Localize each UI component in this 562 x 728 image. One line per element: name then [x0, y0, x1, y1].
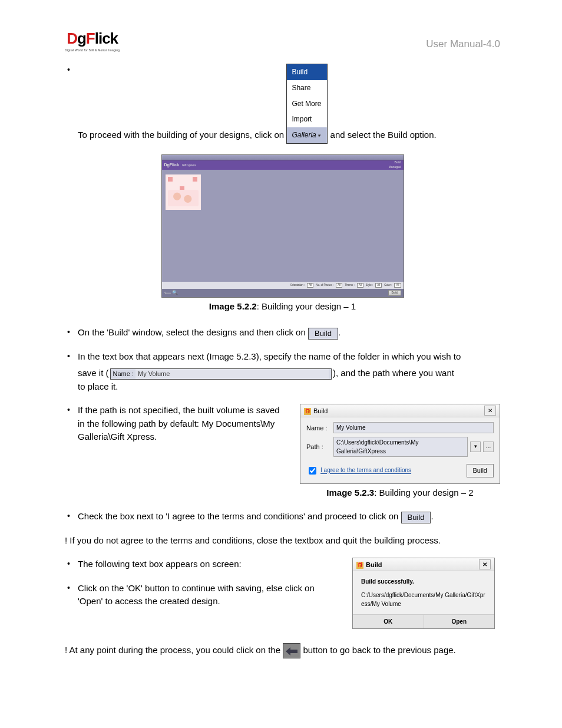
appwin-status-managed: Managed [389, 165, 401, 169]
step-9-text-pre: ! At any point during the process, you c… [65, 645, 283, 655]
caption-2: Image 5.2.3: Building your design – 2 [300, 486, 500, 500]
manual-version-label: User Manual-4.0 [426, 38, 500, 50]
menu-item-share[interactable]: Share [287, 80, 327, 96]
design-thumbnail[interactable] [166, 174, 201, 210]
success-message: Build successfully. [361, 577, 486, 586]
warning-1: ! If you do not agree to the terms and c… [65, 534, 500, 548]
path-dropdown-button[interactable]: ▾ [470, 442, 481, 452]
step-5-text-post: . [431, 511, 433, 521]
step-7-text: The following text box appears on screen… [78, 558, 333, 571]
name-field-value[interactable]: My Volume [135, 369, 329, 379]
build-dialog-name-input[interactable]: My Volume [333, 422, 494, 433]
success-dialog-title: Build [366, 561, 382, 568]
close-icon[interactable]: ✕ [479, 559, 491, 569]
appwin-brand: DgFlick [164, 163, 179, 167]
appwin-product: Gift xpress [182, 163, 196, 167]
name-field-label: Name : [113, 370, 134, 377]
close-icon[interactable]: ✕ [484, 406, 496, 416]
appwin-build-button[interactable]: Build [388, 290, 401, 296]
step-2-text-post: . [338, 327, 340, 337]
path-browse-button[interactable]: … [483, 442, 494, 452]
logo: DgFlick Digital World for Still & Motion… [65, 29, 120, 52]
filter-nphotos[interactable]: All [336, 283, 342, 288]
agree-link[interactable]: I agree to the terms and conditions [320, 467, 411, 474]
ok-button[interactable]: OK [353, 615, 424, 628]
build-button-inline-1[interactable]: Build [308, 328, 338, 340]
app-window-screenshot: DgFlick Gift xpress Build Managed Orient… [161, 154, 404, 298]
build-dialog-title: Build [313, 407, 328, 414]
back-button[interactable] [283, 643, 300, 658]
step-1-text-pre: To proceed with the building of your des… [78, 130, 286, 140]
success-path: C:/Users/dgflick/Documents/My Galleria/G… [361, 591, 486, 608]
build-dialog-path-input[interactable]: C:\Users\dgflick\Documents\My Galleria\G… [333, 437, 468, 457]
build-dialog-build-button[interactable]: Build [467, 464, 494, 477]
step-3-save-pre: save it ( [78, 368, 109, 378]
menu-item-import[interactable]: Import [287, 111, 327, 127]
filter-color[interactable]: All [394, 283, 401, 288]
bottombar-icons: ⟸ 🔍 [164, 289, 178, 297]
step-4-text: If the path is not specified, the built … [78, 404, 286, 444]
logo-tagline: Digital World for Still & Motion Imaging [65, 48, 120, 52]
agree-checkbox[interactable] [309, 467, 316, 475]
open-button[interactable]: Open [424, 615, 495, 628]
step-2-text-pre: On the 'Build' window, select the design… [78, 327, 306, 337]
step-8-text: Click on the 'OK' button to continue wit… [78, 582, 333, 608]
caption-1: Image 5.2.2: Building your design – 1 [65, 300, 500, 314]
filter-style[interactable]: All [375, 283, 382, 288]
filter-theme[interactable]: All [357, 283, 363, 288]
success-dialog: 🎁Build ✕ Build successfully. C:/Users/dg… [352, 558, 495, 629]
gift-icon: 🎁 [304, 408, 311, 415]
build-dialog-path-label: Path : [306, 442, 331, 452]
filter-bar: Orientation :All No. of Photos :All Them… [162, 282, 404, 289]
appwin-status-build: Build [394, 160, 401, 164]
filter-orientation[interactable]: All [307, 283, 313, 288]
build-dialog-name-label: Name : [306, 423, 331, 433]
step-3-tail: to place it. [78, 380, 500, 394]
name-field-inline[interactable]: Name :My Volume [110, 368, 332, 380]
step-1-text-post: and select the Build option. [328, 130, 436, 140]
menu-item-getmore[interactable]: Get More [287, 96, 327, 112]
step-5-text-pre: Check the box next to 'I agree to the te… [78, 511, 398, 521]
step-9-text-post: button to go back to the previous page. [303, 645, 455, 655]
step-3-line-1: In the text box that appears next (Image… [78, 350, 500, 364]
menu-item-galleria[interactable]: Galleria▾ [287, 127, 327, 143]
menu-item-build[interactable]: Build [287, 64, 327, 80]
step-3-save-post: ), and the path where you want [333, 368, 454, 378]
gift-icon: 🎁 [356, 562, 363, 569]
galleria-menu[interactable]: Build Share Get More Import Galleria▾ [286, 64, 328, 144]
build-dialog: 🎁Build ✕ Name : My Volume Path : [300, 404, 500, 484]
chevron-down-icon: ▾ [318, 133, 320, 139]
svg-marker-0 [286, 647, 297, 655]
build-button-inline-2[interactable]: Build [401, 512, 431, 523]
